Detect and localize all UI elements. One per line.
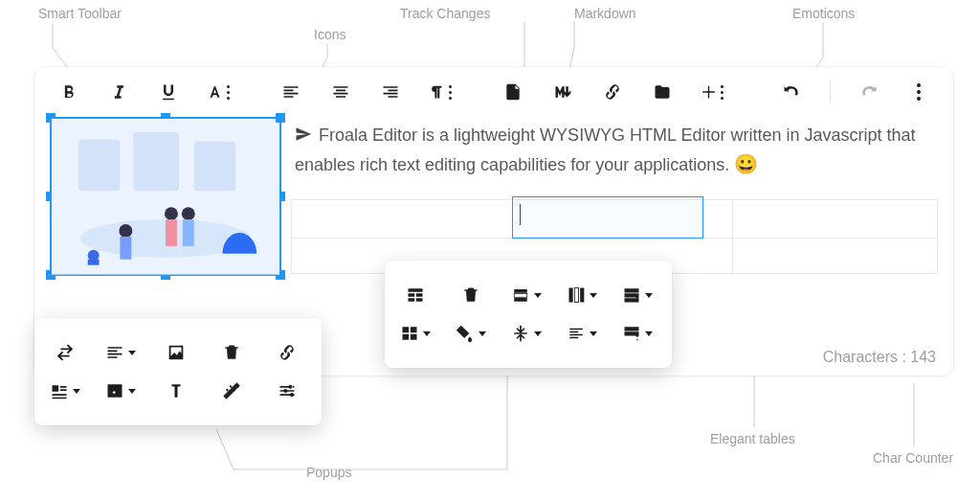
toolbar-text-group: [57, 80, 230, 103]
svg-rect-6: [194, 142, 236, 192]
svg-rect-19: [514, 294, 527, 298]
more-misc-button[interactable]: [907, 80, 930, 103]
table-remove-button[interactable]: [456, 280, 486, 310]
label-char-counter: Char Counter: [873, 450, 953, 466]
label-smart-toolbar: Smart Toolbar: [38, 6, 122, 21]
image-remove-button[interactable]: [216, 337, 247, 368]
svg-rect-5: [133, 132, 179, 191]
undo-button[interactable]: [780, 80, 803, 103]
paragraph-dots-icon: [449, 85, 452, 100]
toolbar-divider: [830, 81, 831, 102]
table-horizontal-align-button[interactable]: [567, 318, 597, 349]
track-changes-button[interactable]: [501, 80, 524, 103]
insert-more-button[interactable]: [701, 80, 724, 103]
svg-rect-13: [183, 219, 194, 246]
table-vertical-align-button[interactable]: [511, 318, 542, 349]
emoji-icon: 😀: [734, 153, 758, 174]
label-icons: Icons: [314, 27, 345, 42]
table-edit-popup: [385, 261, 672, 368]
label-markdown: Markdown: [574, 6, 636, 21]
toolbar-history-group: [780, 80, 930, 103]
svg-point-1: [917, 90, 921, 94]
redo-button[interactable]: [858, 80, 880, 103]
paragraph-format-button[interactable]: [429, 80, 452, 103]
smart-toolbar: [34, 67, 953, 115]
svg-point-12: [182, 207, 195, 220]
paper-plane-icon: [295, 125, 312, 143]
align-center-button[interactable]: [329, 80, 352, 103]
insert-file-button[interactable]: [651, 80, 674, 103]
paragraph-text[interactable]: Froala Editor is a lightweight WYSIWYG H…: [295, 123, 940, 179]
text-caret: [520, 204, 521, 225]
align-left-button[interactable]: [279, 80, 302, 103]
svg-point-16: [288, 385, 292, 389]
svg-point-8: [119, 224, 132, 238]
table-row-button[interactable]: [511, 280, 542, 310]
italic-button[interactable]: [107, 80, 130, 103]
table-background-button[interactable]: [456, 318, 486, 349]
char-counter-value: 143: [910, 349, 936, 365]
image-caption-button[interactable]: [161, 376, 191, 406]
bold-button[interactable]: [57, 80, 80, 103]
markdown-button[interactable]: [551, 80, 574, 103]
table-cell-style-button[interactable]: [622, 280, 653, 310]
image-link-button[interactable]: [272, 337, 302, 368]
svg-point-0: [917, 83, 921, 87]
table-cell-selected[interactable]: [512, 196, 703, 239]
table-cell-button[interactable]: [400, 318, 431, 349]
insert-link-button[interactable]: [601, 80, 624, 103]
image-style-button[interactable]: [50, 376, 80, 406]
insert-more-dots-icon: [721, 85, 724, 100]
svg-point-2: [917, 97, 921, 101]
label-emoticons: Emoticons: [792, 6, 855, 21]
svg-point-18: [290, 393, 294, 397]
image-display-button[interactable]: [161, 337, 191, 368]
image-replace-button[interactable]: [50, 337, 80, 368]
label-track-changes: Track Changes: [400, 6, 490, 21]
char-counter-label: Characters: [823, 349, 898, 365]
illustration-icon: [52, 119, 279, 275]
table-header-button[interactable]: [400, 280, 431, 310]
svg-rect-4: [78, 140, 121, 192]
toolbar-rich-group: [501, 80, 724, 103]
image-edit-popup: [34, 318, 322, 425]
svg-rect-20: [574, 288, 578, 303]
underline-button[interactable]: [157, 80, 180, 103]
content-text: Froala Editor is a lightweight WYSIWYG H…: [295, 125, 916, 174]
selected-image[interactable]: [50, 117, 281, 276]
svg-point-10: [165, 207, 178, 220]
svg-rect-9: [120, 237, 131, 260]
table-column-button[interactable]: [567, 280, 597, 310]
image-align-button[interactable]: [105, 337, 136, 368]
table-style-button[interactable]: [622, 318, 653, 349]
svg-rect-15: [88, 260, 100, 265]
label-popups: Popups: [306, 465, 351, 480]
toolbar-paragraph-group: [279, 80, 452, 103]
image-advanced-button[interactable]: [272, 376, 302, 406]
label-elegant-tables: Elegant tables: [710, 431, 795, 446]
svg-rect-11: [166, 219, 177, 246]
image-alt-button[interactable]: [105, 376, 136, 406]
svg-point-17: [283, 389, 287, 393]
more-text-dots-icon: [227, 85, 230, 100]
char-counter: Characters : 143: [823, 349, 936, 366]
more-text-button[interactable]: [207, 80, 230, 103]
align-right-button[interactable]: [379, 80, 402, 103]
image-size-button[interactable]: [216, 376, 247, 406]
